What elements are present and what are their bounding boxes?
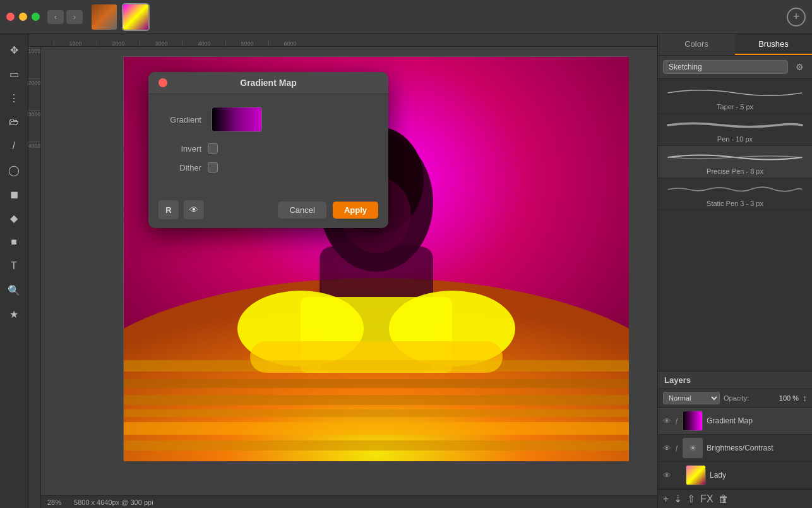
layers-section: Layers Normal Multiply Screen Opacity: 1… — [658, 371, 812, 508]
ruler-mark: 5000 — [225, 41, 268, 46]
invert-row: Invert — [164, 143, 373, 154]
brush-name-pen: Pen - 10 px — [664, 135, 806, 143]
brush-category-select[interactable]: Sketching — [663, 60, 788, 74]
opacity-stepper[interactable]: ↕ — [803, 393, 807, 403]
add-layer-button[interactable]: + — [663, 493, 669, 505]
ruler-left-mark: 1000 — [28, 47, 40, 78]
transform-tool[interactable]: ⋮ — [3, 87, 25, 109]
brush-item-static[interactable]: Static Pen 3 - 3 px — [658, 178, 812, 210]
eyedropper-tool[interactable]: 🗁 — [3, 111, 25, 133]
ruler-mark: 4000 — [182, 41, 225, 46]
gradient-map-dialog: Gradient Map Gradient Invert — [148, 72, 388, 228]
nav-arrows: ‹ › — [47, 10, 83, 24]
minimize-button[interactable] — [19, 13, 27, 21]
tab-colors[interactable]: Colors — [658, 34, 735, 55]
download-layer-button[interactable]: ⇣ — [674, 493, 682, 505]
canvas-content[interactable]: Gradient Map Gradient Invert — [41, 47, 657, 495]
opacity-label: Opacity: — [724, 394, 749, 402]
cancel-button[interactable]: Cancel — [278, 202, 326, 219]
dither-label: Dither — [164, 163, 201, 172]
thumbnail-2[interactable] — [122, 3, 150, 31]
invert-checkbox[interactable] — [208, 143, 218, 154]
layer-row-gradient-map[interactable]: 👁 ƒ Gradient Map — [658, 408, 812, 435]
dither-row: Dither — [164, 162, 373, 172]
titlebar: ‹ › + — [0, 0, 812, 34]
layer-thumbnail-brightness: ☀ — [683, 438, 703, 458]
favorites-tool[interactable]: ★ — [3, 303, 25, 325]
dialog-title: Gradient Map — [240, 78, 296, 88]
blend-mode-select[interactable]: Normal Multiply Screen — [663, 392, 720, 404]
layer-row-lady[interactable]: 👁 Lady — [658, 462, 812, 489]
ruler-left-mark: 4000 — [28, 142, 40, 173]
brush-item-precise[interactable]: Precise Pen - 8 px — [658, 146, 812, 178]
invert-label: Invert — [164, 144, 201, 154]
layer-thumbnail-lady — [686, 465, 706, 485]
dialog-footer-right: Cancel Apply — [278, 202, 378, 219]
text-tool[interactable]: T — [3, 255, 25, 277]
move-tool[interactable]: ✥ — [3, 39, 25, 61]
layers-header: Layers — [658, 372, 812, 389]
main-layout: ✥ ▭ ⋮ 🗁 / ◯ ◼ ◆ ■ T 🔍 ★ 1000 2000 3000 4… — [0, 34, 812, 508]
brush-item-pen[interactable]: Pen - 10 px — [658, 114, 812, 146]
status-bar: 28% 5800 x 4640px @ 300 ppi — [41, 495, 657, 508]
select-rect-tool[interactable]: ▭ — [3, 63, 25, 85]
preview-button[interactable]: 👁 — [184, 200, 204, 219]
brush-settings-button[interactable]: ⚙ — [792, 59, 807, 75]
dialog-close-button[interactable] — [158, 78, 167, 87]
gradient-row: Gradient — [164, 107, 373, 132]
brush-preview-precise — [664, 148, 806, 166]
layer-visibility-brightness[interactable]: 👁 — [663, 444, 671, 453]
brush-preview-static — [664, 181, 806, 198]
rect-shape-tool[interactable]: ■ — [3, 231, 25, 253]
dodge-tool[interactable]: ◆ — [3, 207, 25, 229]
close-button[interactable] — [6, 13, 15, 21]
ruler-left: 1000 2000 3000 4000 — [28, 47, 41, 508]
layer-name-gradient-map: Gradient Map — [707, 416, 753, 425]
svg-rect-11 — [124, 422, 629, 435]
pen-tool[interactable]: / — [3, 135, 25, 157]
layer-visibility-gradient-map[interactable]: 👁 — [663, 416, 671, 426]
gradient-preview[interactable] — [212, 107, 262, 132]
layer-fx-brightness: ƒ — [675, 444, 679, 452]
brush-selector: Sketching ⚙ — [658, 56, 812, 79]
layer-row-brightness[interactable]: 👁 ƒ ☀ Brightness/Contrast — [658, 435, 812, 462]
eraser-tool[interactable]: ◯ — [3, 159, 25, 181]
nav-back-button[interactable]: ‹ — [47, 10, 64, 24]
reset-button[interactable]: R — [158, 200, 179, 219]
svg-rect-10 — [124, 409, 629, 417]
layer-thumbnail-gradient-map — [683, 411, 703, 431]
layer-visibility-lady[interactable]: 👁 — [663, 471, 671, 480]
fx-layer-button[interactable]: FX — [700, 493, 713, 505]
brush-preview-pen — [664, 116, 806, 134]
svg-rect-9 — [124, 395, 629, 405]
layer-name-brightness: Brightness/Contrast — [707, 444, 773, 452]
brush-name-precise: Precise Pen - 8 px — [664, 167, 806, 175]
maximize-button[interactable] — [32, 13, 40, 21]
dither-checkbox[interactable] — [208, 162, 218, 172]
zoom-tool[interactable]: 🔍 — [3, 279, 25, 301]
window-controls — [6, 13, 40, 21]
dialog-header: Gradient Map — [148, 72, 388, 94]
brush-preview-taper — [664, 84, 806, 102]
blend-mode-row: Normal Multiply Screen Opacity: 100 % ↕ — [658, 389, 812, 408]
add-document-button[interactable]: + — [787, 8, 806, 27]
tab-brushes[interactable]: Brushes — [735, 34, 812, 55]
nav-forward-button[interactable]: › — [66, 10, 83, 24]
apply-button[interactable]: Apply — [333, 202, 378, 219]
export-layer-button[interactable]: ⇧ — [687, 493, 695, 505]
layers-footer: + ⇣ ⇧ FX 🗑 — [658, 489, 812, 508]
ruler-mark: 2000 — [97, 41, 140, 46]
delete-layer-button[interactable]: 🗑 — [719, 493, 729, 505]
paint-bucket-tool[interactable]: ◼ — [3, 183, 25, 205]
thumbnails — [90, 3, 150, 31]
dialog-footer-left: R 👁 — [158, 200, 204, 219]
left-toolbar: ✥ ▭ ⋮ 🗁 / ◯ ◼ ◆ ■ T 🔍 ★ — [0, 34, 28, 508]
brush-list: Taper - 5 px Pen - 10 px — [658, 79, 812, 371]
svg-rect-15 — [250, 341, 503, 373]
canvas-area: 1000 2000 3000 4000 5000 6000 1000 2000 … — [28, 34, 657, 508]
zoom-level: 28% — [47, 499, 61, 506]
brush-item-taper[interactable]: Taper - 5 px — [658, 82, 812, 114]
thumbnail-1[interactable] — [90, 3, 118, 31]
right-panel: Colors Brushes Sketching ⚙ Taper - 5 px — [657, 34, 812, 508]
panel-tabs: Colors Brushes — [658, 34, 812, 56]
